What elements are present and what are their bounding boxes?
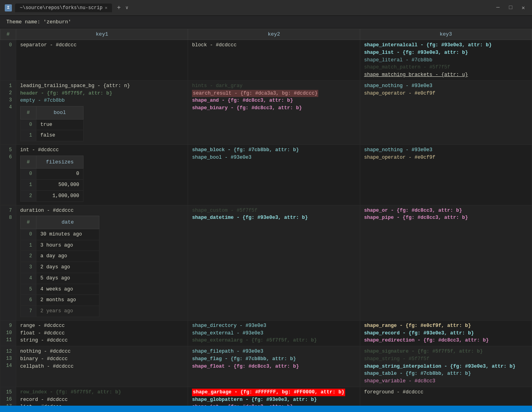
inner-row-index: 2: [21, 251, 36, 262]
cell-key2: shape_filepath - #93e0e3 shape_flag - {f…: [188, 346, 360, 387]
key2-line: shape_directory - #93e0e3: [192, 322, 355, 330]
new-tab-button[interactable]: +: [115, 4, 122, 11]
key1-line: cellpath - #dcdccc: [20, 363, 184, 370]
row-index: 15161718: [0, 387, 16, 406]
table-row: 78 duration - #dcdccc # date: [0, 205, 532, 320]
bool-table: # bool 0 true 1 false: [20, 106, 84, 141]
inner-col-index: #: [21, 156, 36, 169]
minimize-button[interactable]: ─: [494, 4, 502, 11]
cell-key3: shape_nothing - #93e0e3 shape_operator -…: [360, 145, 532, 205]
key1-line: binary - #dcdccc: [20, 355, 184, 363]
table-row: 0 separator - #dcdccc block - #dcdccc sh…: [0, 40, 532, 81]
row-index: 121314: [0, 346, 16, 387]
key1-line: nothing - #dcdccc: [20, 348, 184, 355]
key2-line: shape_block - {fg: #7cb8bb, attr: b}: [192, 146, 355, 154]
cell-key1: int - #dcdccc # filesizes 0 0: [16, 145, 188, 205]
inner-col-date: date: [36, 216, 99, 229]
key1-line: range - #dcdccc: [20, 322, 184, 330]
inner-cell: false: [36, 130, 84, 141]
row-index: 91011: [0, 320, 16, 346]
key3-line: shape_pipe - {fg: #dc8cc3, attr: b}: [364, 214, 528, 222]
cell-key1: leading_trailing_space_bg - {attr: n} he…: [16, 80, 188, 144]
inner-cell: 30 minutes ago: [36, 229, 99, 240]
window-close-button[interactable]: ✕: [519, 4, 527, 11]
inner-cell: 1,000,000: [36, 190, 84, 201]
cell-key2: shape_block - {fg: #7cb8bb, attr: b} sha…: [188, 145, 360, 205]
inner-table-row: 2 a day ago: [21, 251, 99, 262]
inner-row-index: 5: [21, 284, 36, 295]
cell-key3: shape_range - {fg: #e0cf9f, attr: b} sha…: [360, 320, 532, 346]
window-controls: ─ □ ✕: [494, 4, 527, 11]
key1-line: row_index - {fg: #5f7f5f, attr: b}: [20, 389, 184, 396]
key2-line: shape_externalarg - {fg: #5f7f5f, attr: …: [192, 337, 355, 344]
key3-line: shape_match_pattern - #5f7f5f: [364, 64, 528, 71]
key1-line: int - #dcdccc: [20, 146, 184, 154]
col-key3-header: key3: [360, 29, 532, 40]
inner-row-index: 1: [21, 240, 36, 251]
key2-line: shape_globpattern - {fg: #93e0e3, attr: …: [192, 396, 355, 404]
app-icon: Σ: [5, 4, 12, 11]
titlebar: Σ ~\source\repos\forks\nu-scrip ✕ + ∨ ─ …: [0, 0, 532, 16]
inner-col-filesizes: filesizes: [36, 156, 84, 169]
key1-line: float - #dcdccc: [20, 330, 184, 337]
key3-line: shape_operator - #e0cf9f: [364, 90, 528, 97]
inner-cell: 2 months ago: [36, 295, 99, 306]
inner-table-header: # date: [21, 216, 99, 229]
key3-line: shape_internalcall - {fg: #93e0e3, attr:…: [364, 42, 528, 49]
inner-row-index: 4: [21, 273, 36, 284]
row-index: 0: [0, 40, 16, 81]
inner-row-index: 0: [21, 119, 36, 130]
key2-line: shape_and - {fg: #dc8cc3, attr: b}: [192, 97, 355, 104]
key3-line: shape_or - {fg: #dc8cc3, attr: b}: [364, 207, 528, 215]
cell-key1: range - #dcdccc float - #dcdccc string -…: [16, 320, 188, 346]
cell-key1: separator - #dcdccc: [16, 40, 188, 81]
tab-dropdown-icon[interactable]: ∨: [125, 5, 128, 11]
theme-name-text: Theme name: 'zenburn': [6, 19, 71, 25]
key2-line: shape_flag - {fg: #7cb8bb, attr: b}: [192, 355, 355, 363]
inner-cell: true: [36, 119, 84, 130]
inner-table-row: 0 0: [21, 169, 84, 180]
key2-line: shape_external - #93e0e3: [192, 330, 355, 337]
table-header-row: # key1 key2 key3: [0, 29, 532, 40]
key2-line: search_result - {fg: #dca3a3, bg: #dcdcc…: [192, 90, 355, 97]
cell-key3: shape_signature - {fg: #5f7f5f, attr: b}…: [360, 346, 532, 387]
inner-col-index: #: [21, 216, 36, 229]
key3-line: shape_string - #5f7f5f: [364, 355, 528, 363]
key2-line: shape_filepath - #93e0e3: [192, 348, 355, 355]
inner-col-bool: bool: [36, 106, 84, 120]
inner-col-index: #: [21, 106, 36, 120]
inner-row-index: 3: [21, 262, 36, 273]
col-key1-header: key1: [16, 29, 188, 40]
inner-cell: 0: [36, 169, 84, 180]
inner-row-index: 1: [21, 130, 36, 141]
filesizes-table: # filesizes 0 0 1 500,000: [20, 156, 84, 202]
key2-line: shape_custom - #5f7f5f: [192, 207, 355, 215]
key3-line: shape_string_interpolation - {fg: #93e0e…: [364, 363, 528, 370]
key1-text: separator - #dcdccc: [20, 42, 77, 48]
key3-line: shape_list - {fg: #93e0e3, attr: b}: [364, 49, 528, 57]
inner-table-row: 4 5 days ago: [21, 273, 99, 284]
active-tab[interactable]: ~\source\repos\forks\nu-scrip ✕: [15, 4, 112, 12]
key2-line: shape_float - {fg: #dc8cc3, attr: b}: [192, 363, 355, 370]
row-index: 56: [0, 145, 16, 205]
close-icon[interactable]: ✕: [105, 5, 108, 10]
inner-table-row: 5 4 weeks ago: [21, 284, 99, 295]
inner-row-index: 0: [21, 229, 36, 240]
key3-line: shape_table - {fg: #7cb8bb, attr: b}: [364, 370, 528, 378]
inner-row-index: 0: [21, 169, 36, 180]
inner-cell: a day ago: [36, 251, 99, 262]
key2-line: shape_binary - {fg: #dc8cc3, attr: b}: [192, 104, 355, 112]
col-key2-header: key2: [188, 29, 360, 40]
inner-cell: 3 hours ago: [36, 240, 99, 251]
main-content: # key1 key2 key3 0 separator - #dcdccc b…: [0, 28, 532, 406]
inner-table-row: 0 30 minutes ago: [21, 229, 99, 240]
restore-button[interactable]: □: [507, 4, 515, 11]
key3-line: foreground - #dcdccc: [364, 389, 528, 396]
tab-label: ~\source\repos\forks\nu-scrip: [20, 5, 103, 11]
key3-line: shape_literal - #7cb8bb: [364, 57, 528, 64]
search-result-highlight: search_result - {fg: #dca3a3, bg: #dcdcc…: [192, 90, 318, 97]
key1-line: string - #dcdccc: [20, 337, 184, 344]
key2-text: block - #dcdccc: [192, 42, 237, 48]
inner-cell: 4 weeks ago: [36, 284, 99, 295]
key3-line: shape_redirection - {fg: #dc8cc3, attr: …: [364, 337, 528, 344]
